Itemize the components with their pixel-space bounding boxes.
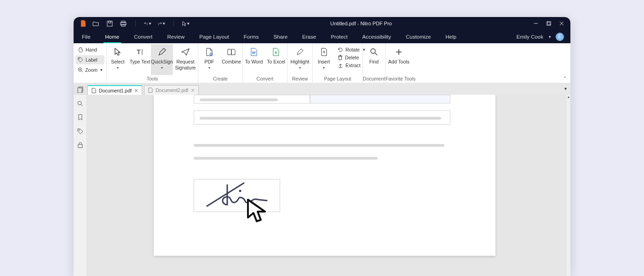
user-name[interactable]: Emily Cook — [517, 34, 543, 40]
action-delete[interactable]: Delete — [338, 55, 360, 60]
menu-accessibility[interactable]: Accessibility — [361, 30, 393, 43]
tool-label[interactable]: Label — [75, 55, 104, 64]
scroll-up-icon[interactable]: ▴ — [566, 95, 570, 100]
close-tab-icon[interactable] — [134, 89, 138, 92]
menu-forms[interactable]: Forms — [242, 30, 261, 43]
tool-add-tools[interactable]: Add Tools — [385, 44, 412, 75]
form-cell-wide — [194, 110, 450, 125]
menu-protect[interactable]: Protect — [329, 30, 349, 43]
plus-icon — [395, 47, 402, 57]
titlebar: ▾ ▾ ▾ Untitled.pdf - Nitro PDF Pro — [74, 17, 570, 30]
svg-rect-0 — [107, 21, 112, 26]
insert-page-icon — [320, 47, 328, 57]
svg-line-12 — [81, 71, 83, 72]
menu-customize[interactable]: Customize — [404, 30, 432, 43]
svg-point-38 — [239, 190, 242, 192]
tool-highlight[interactable]: Highlight ▾ — [288, 44, 312, 75]
tool-hand[interactable]: Hand — [75, 45, 104, 54]
tab-label: Document2.pdf — [155, 87, 188, 93]
maximize-icon[interactable] — [546, 20, 552, 27]
svg-rect-7 — [546, 22, 550, 26]
close-icon[interactable] — [558, 20, 565, 27]
tool-quicksign[interactable]: QuickSign ▾ — [151, 44, 173, 75]
tool-to-word[interactable]: W To Word — [243, 44, 265, 75]
document-icon — [148, 87, 153, 93]
avatar[interactable]: E — [556, 33, 564, 41]
sidebar-pages-icon[interactable] — [74, 85, 87, 95]
zoom-icon — [77, 67, 83, 73]
cursor-mode-icon[interactable]: ▾ — [182, 20, 190, 27]
tool-insert[interactable]: Insert ▾ — [313, 44, 335, 75]
svg-rect-33 — [78, 88, 82, 93]
combine-icon — [227, 47, 236, 57]
document-tab-1[interactable]: Document1.pdf — [87, 85, 142, 95]
extract-icon — [338, 63, 343, 68]
workspace: ▴ — [74, 95, 570, 276]
chevron-down-icon: ▾ — [299, 66, 301, 70]
tool-request-signature[interactable]: Request Signature — [173, 44, 198, 75]
menu-page-layout[interactable]: Page Layout — [197, 30, 231, 43]
sidebar-search-icon[interactable] — [76, 99, 84, 108]
sidebar-tag-icon[interactable] — [76, 127, 84, 135]
svg-text:W: W — [252, 51, 256, 55]
menu-review[interactable]: Review — [166, 30, 187, 43]
action-extract[interactable]: Extract — [338, 63, 360, 68]
document-tab-2[interactable]: Document2.pdf — [144, 85, 199, 95]
tool-zoom[interactable]: Zoom ▾ — [75, 65, 104, 75]
rotate-icon — [338, 47, 343, 52]
group-label-page-layout: Page Layout — [313, 75, 362, 83]
left-sidebar — [74, 95, 87, 276]
svg-point-24 — [371, 49, 375, 53]
form-cell-active[interactable] — [310, 95, 450, 104]
close-tab-icon[interactable] — [191, 88, 195, 92]
svg-line-25 — [375, 53, 377, 55]
minimize-icon[interactable] — [533, 20, 539, 27]
document-canvas[interactable]: ▴ — [87, 95, 570, 276]
sidebar-lock-icon[interactable] — [76, 141, 84, 149]
chevron-down-icon[interactable]: ▾ — [549, 34, 551, 39]
menu-help[interactable]: Help — [444, 30, 459, 43]
tool-select[interactable]: Select ▾ — [107, 44, 129, 75]
svg-point-36 — [79, 130, 80, 131]
tool-zoom-label: Zoom — [85, 67, 98, 73]
menu-erase[interactable]: Erase — [300, 30, 318, 43]
action-rotate[interactable]: Rotate▾ — [338, 47, 360, 52]
menu-share[interactable]: Share — [271, 30, 289, 43]
document-icon — [92, 88, 96, 93]
menu-file[interactable]: File — [80, 30, 92, 43]
redo-icon[interactable]: ▾ — [158, 20, 165, 27]
ribbon-group-page-layout: Insert ▾ Rotate▾ Delete Extract Page Lay… — [313, 43, 363, 83]
tool-find[interactable]: Find — [363, 44, 385, 75]
ribbon-left-tools: Hand Label Zoom ▾ — [74, 43, 107, 83]
sidebar-bookmark-icon[interactable] — [76, 113, 84, 121]
quick-access-toolbar: ▾ ▾ ▾ — [92, 20, 190, 27]
svg-rect-37 — [78, 144, 82, 148]
print-icon[interactable] — [120, 20, 127, 27]
save-icon[interactable] — [106, 20, 113, 27]
ribbon-collapse-icon[interactable]: ⌃ — [563, 76, 567, 81]
tool-to-excel[interactable]: X To Excel — [265, 44, 287, 75]
group-label-favorite: Favorite Tools — [385, 75, 415, 83]
tag-icon — [77, 57, 84, 63]
ribbon-group-favorite: Add Tools Favorite Tools — [385, 43, 415, 83]
document-tabbar: Document1.pdf Document2.pdf ▾ — [74, 83, 570, 95]
vertical-scrollbar[interactable]: ▴ — [566, 95, 570, 276]
menu-home[interactable]: Home — [104, 30, 121, 43]
undo-icon[interactable]: ▾ — [144, 20, 151, 27]
open-icon[interactable] — [92, 20, 99, 27]
group-label-document: Document — [363, 75, 385, 83]
menu-convert[interactable]: Convert — [132, 30, 154, 43]
app-window: ▾ ▾ ▾ Untitled.pdf - Nitro PDF Pro File … — [74, 17, 570, 276]
trash-icon — [338, 55, 343, 60]
tool-pdf[interactable]: PDF ▾ — [198, 44, 220, 75]
group-label-create: Create — [198, 75, 242, 83]
tool-type-text[interactable]: T Type Text — [129, 44, 151, 75]
tool-combine[interactable]: Combine — [220, 44, 242, 75]
chevron-down-icon: ▾ — [208, 66, 210, 70]
search-icon — [370, 47, 378, 57]
tabs-dropdown-icon[interactable]: ▾ — [564, 86, 567, 91]
ribbon-group-document: Find Document — [363, 43, 385, 83]
svg-rect-6 — [547, 21, 551, 25]
app-logo-icon — [78, 18, 88, 29]
svg-point-10 — [79, 58, 80, 59]
